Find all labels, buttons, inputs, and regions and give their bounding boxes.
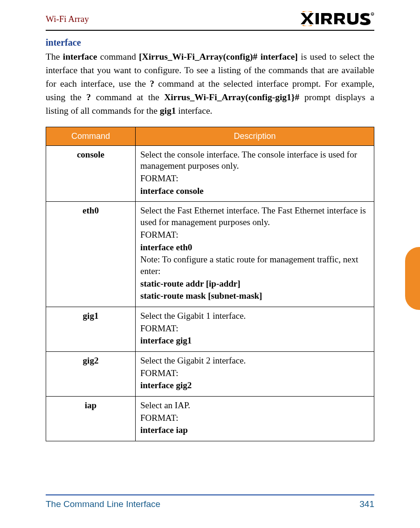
page-header: Wi-Fi Array R [46,11,374,30]
description-line: static-route addr [ip-addr] [140,278,369,290]
description-cell: Select the Gigabit 1 interface.FORMAT:in… [136,307,374,351]
page-footer: The Command Line Interface 341 [46,494,374,509]
description-cell: Select an IAP.FORMAT:interface iap [136,397,374,441]
description-line: Select the console interface. The consol… [140,149,369,172]
command-cell: console [46,145,136,202]
intro-paragraph: The interface command [Xirrus_Wi-Fi_Arra… [46,50,374,117]
table-row: gig1Select the Gigabit 1 interface.FORMA… [46,307,374,351]
footer-divider [46,494,374,495]
table-row: eth0Select the Fast Ethernet interface. … [46,202,374,307]
section-side-tab [405,247,420,310]
para-bold: ? [86,92,91,102]
para-bold: interface [63,52,97,62]
document-title: Wi-Fi Array [46,14,89,24]
table-header-command: Command [46,127,136,145]
command-cell: gig2 [46,352,136,397]
description-line: interface gig1 [140,335,369,347]
description-line: static-route mask [subnet-mask] [140,290,369,302]
description-cell: Select the Gigabit 2 interface.FORMAT:in… [136,352,374,397]
para-text: The [46,52,63,62]
xirrus-logo-icon: R [300,11,374,26]
description-cell: Select the Fast Ethernet interface. The … [136,202,374,307]
content-area: Wi-Fi Array R [46,11,374,30]
page-number: 341 [359,499,374,509]
para-text: interface. [176,106,212,116]
description-line: interface console [140,185,369,197]
svg-rect-1 [316,13,319,24]
brand-logo: R [300,11,374,28]
description-line: Select the Fast Ethernet interface. The … [140,205,369,228]
main-body: interface The interface command [Xirrus_… [46,31,374,441]
command-cell: eth0 [46,202,136,307]
description-line: Select the Gigabit 1 interface. [140,310,369,322]
table-header-description: Description [136,127,374,145]
description-line: interface gig2 [140,380,369,391]
section-heading: interface [46,37,374,48]
description-line: interface eth0 [140,242,369,254]
para-bold: Xirrus_Wi-Fi_Array(config-gig1}# [164,92,299,102]
para-bold: ? [150,79,154,89]
document-page: Wi-Fi Array R [0,0,420,528]
para-text: command [97,52,139,62]
description-line: Note: To configure a static route for ma… [140,254,369,277]
description-line: FORMAT: [140,368,369,379]
para-text: command at the [91,92,164,102]
description-cell: Select the console interface. The consol… [136,145,374,202]
description-line: FORMAT: [140,173,369,185]
table-row: iapSelect an IAP.FORMAT:interface iap [46,397,374,441]
description-line: interface iap [140,425,369,436]
description-line: Select the Gigabit 2 interface. [140,355,369,367]
description-line: FORMAT: [140,229,369,241]
description-line: FORMAT: [140,323,369,335]
footer-row: The Command Line Interface 341 [46,499,374,509]
command-table: Command Description consoleSelect the co… [46,127,374,441]
command-cell: iap [46,397,136,441]
description-line: Select an IAP. [140,400,369,411]
para-bold: [Xirrus_Wi-Fi_Array(config)# interface] [139,52,298,62]
table-row: gig2Select the Gigabit 2 interface.FORMA… [46,352,374,397]
para-bold: gig1 [160,106,176,116]
table-row: consoleSelect the console interface. The… [46,145,374,202]
table-header-row: Command Description [46,127,374,145]
svg-text:R: R [372,13,373,16]
svg-marker-0 [301,13,314,24]
command-cell: gig1 [46,307,136,351]
description-line: FORMAT: [140,412,369,424]
footer-section-title: The Command Line Interface [46,499,160,509]
